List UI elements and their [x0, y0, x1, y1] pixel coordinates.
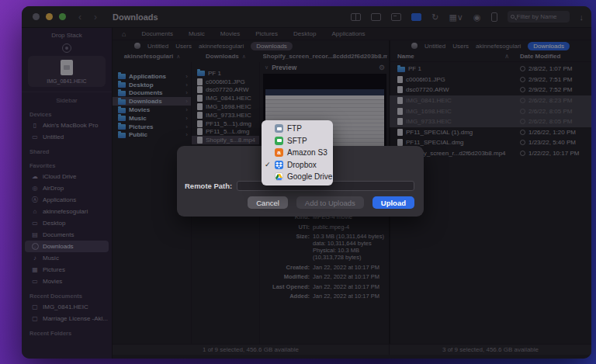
- menu-item-google-drive[interactable]: Google Drive: [262, 171, 333, 183]
- desktop-wallpaper: ‹ › Downloads ↻ ▦∨ ◉ ↓ Dro: [0, 0, 596, 364]
- amazon-s3-icon: a: [275, 148, 283, 157]
- menu-item-amazon-s3[interactable]: a Amazon S3: [262, 147, 333, 159]
- menu-item-label: Google Drive: [287, 172, 332, 181]
- menu-item-dropbox[interactable]: ✓ Dropbox: [262, 159, 333, 172]
- menu-item-sftp[interactable]: SFTP: [262, 135, 333, 147]
- ftp-icon: [275, 124, 283, 133]
- menu-item-label: Amazon S3: [287, 148, 327, 157]
- remote-path-label: Remote Path:: [185, 182, 232, 190]
- menu-item-ftp[interactable]: FTP: [262, 123, 333, 135]
- checkmark-icon: ✓: [265, 161, 271, 168]
- menu-item-label: FTP: [287, 124, 302, 133]
- menu-item-label: SFTP: [287, 137, 307, 145]
- dialog-buttons: Cancel Add to Uploads Upload: [248, 196, 414, 209]
- google-drive-icon: [275, 172, 283, 181]
- cancel-button[interactable]: Cancel: [248, 196, 288, 209]
- service-menu: FTP SFTP a Amazon S3 ✓ Dropbox: [262, 120, 333, 185]
- file-manager-window: ‹ › Downloads ↻ ▦∨ ◉ ↓ Dro: [22, 6, 591, 359]
- upload-button[interactable]: Upload: [372, 196, 414, 209]
- sftp-icon: [275, 137, 283, 145]
- menu-item-label: Dropbox: [287, 161, 317, 169]
- dropbox-icon: [275, 161, 283, 169]
- add-to-uploads-button[interactable]: Add to Uploads: [296, 196, 364, 209]
